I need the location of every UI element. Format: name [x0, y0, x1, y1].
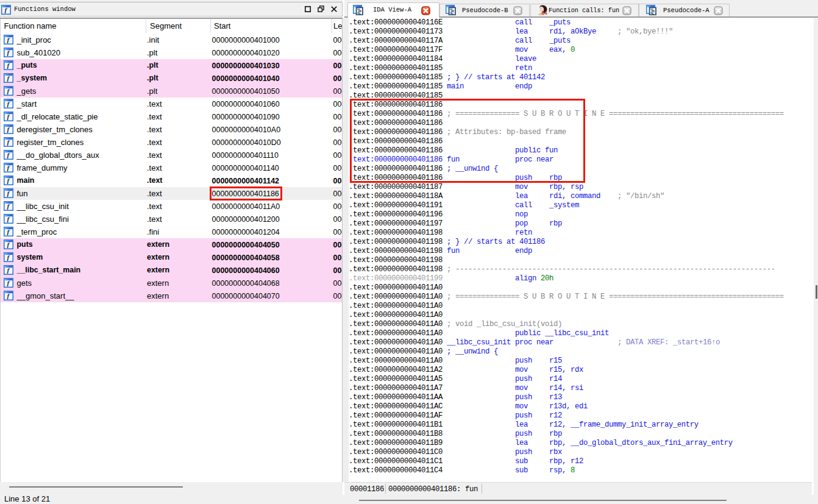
svg-text:64: 64: [541, 10, 547, 15]
